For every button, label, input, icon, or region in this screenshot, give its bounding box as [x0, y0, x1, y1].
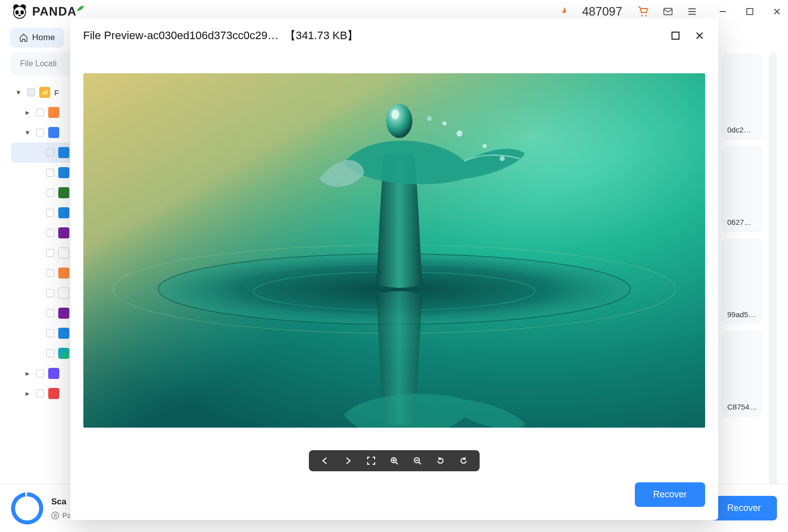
- home-chip[interactable]: Home: [10, 28, 64, 48]
- result-card-label: 0dc2…: [727, 125, 751, 134]
- svg-point-29: [391, 109, 399, 119]
- svg-rect-12: [56, 513, 57, 517]
- result-card[interactable]: 0627…: [722, 147, 762, 232]
- filetype-icon: [48, 388, 59, 399]
- window-minimize-icon[interactable]: [716, 5, 730, 19]
- modal-close-icon[interactable]: [694, 30, 705, 41]
- checkbox[interactable]: [46, 149, 54, 157]
- result-card-label: 0627…: [727, 218, 751, 226]
- flame-icon[interactable]: [559, 7, 569, 17]
- cart-icon[interactable]: [637, 6, 649, 18]
- menu-icon[interactable]: [687, 6, 698, 17]
- titlebar-right: 487097: [559, 5, 784, 19]
- modal-header: File Preview-ac030ed106d373cc0c29… 【341.…: [70, 18, 718, 46]
- checkbox[interactable]: [46, 289, 54, 297]
- found-counter: 487097: [582, 5, 622, 19]
- caret-right-icon[interactable]: ▸: [23, 389, 32, 398]
- next-icon[interactable]: [342, 455, 354, 467]
- checkbox[interactable]: [46, 169, 54, 177]
- caret-down-icon[interactable]: ▾: [23, 128, 32, 137]
- result-card[interactable]: C8754…: [722, 331, 762, 417]
- zoom-in-icon[interactable]: [388, 455, 400, 467]
- svg-point-4: [21, 10, 24, 15]
- checkbox[interactable]: [27, 88, 35, 96]
- prev-icon[interactable]: [319, 455, 331, 467]
- checkbox[interactable]: [46, 329, 54, 337]
- caret-down-icon[interactable]: ▾: [14, 88, 23, 97]
- edge-icon: [58, 348, 69, 359]
- checkbox[interactable]: [36, 389, 44, 397]
- modal-title-size: 【341.73 KB】: [285, 29, 359, 42]
- caret-right-icon[interactable]: ▸: [23, 108, 32, 117]
- result-card-label: 99ad5…: [727, 310, 756, 319]
- leaf-icon: [76, 4, 85, 13]
- filetype-icon: [58, 268, 69, 279]
- svg-point-3: [16, 10, 19, 15]
- tree-node-label: F: [54, 88, 59, 97]
- filetype-icon: [58, 227, 69, 238]
- pause-icon: [51, 511, 59, 519]
- filetype-icon: [48, 127, 59, 138]
- checkbox[interactable]: [46, 189, 54, 197]
- filetype-icon: [48, 368, 59, 379]
- checkbox[interactable]: [46, 229, 54, 237]
- recover-button[interactable]: Recover: [711, 496, 777, 520]
- brand: PANDA: [11, 3, 85, 20]
- preview-toolbar: [309, 450, 480, 471]
- preview-image-wrap: [70, 46, 718, 441]
- window-maximize-icon[interactable]: [743, 5, 757, 19]
- svg-rect-9: [747, 9, 753, 15]
- modal-overlay: File Preview-ac030ed106d373cc0c29… 【341.…: [0, 0, 788, 532]
- result-card[interactable]: 99ad5…: [722, 239, 762, 324]
- svg-rect-11: [54, 513, 55, 517]
- svg-point-10: [52, 512, 59, 519]
- filetype-jpg-icon: [58, 147, 69, 158]
- checkbox[interactable]: [46, 269, 54, 277]
- filetype-icon: [48, 107, 59, 118]
- checkbox[interactable]: [36, 128, 44, 137]
- svg-point-7: [645, 15, 646, 16]
- checkbox[interactable]: [36, 369, 44, 377]
- result-card[interactable]: 0dc2…: [722, 54, 762, 140]
- preview-image: [83, 73, 705, 428]
- preview-modal: File Preview-ac030ed106d373cc0c29… 【341.…: [70, 18, 718, 520]
- modal-maximize-icon[interactable]: [670, 30, 681, 41]
- modal-title-filename: ac030ed106d373cc0c29…: [147, 29, 279, 42]
- checkbox[interactable]: [46, 209, 54, 217]
- filetype-icon: [58, 167, 69, 178]
- fullscreen-icon[interactable]: [365, 455, 377, 467]
- brand-name: PANDA: [32, 5, 77, 19]
- mail-icon[interactable]: [662, 6, 673, 17]
- svg-point-25: [500, 156, 505, 161]
- filetype-image-icon: [58, 328, 69, 339]
- rotate-left-icon[interactable]: [434, 455, 446, 467]
- window-close-icon[interactable]: [770, 5, 784, 19]
- modal-recover-button[interactable]: Recover: [635, 482, 705, 507]
- filetype-icon: [58, 247, 69, 258]
- svg-point-5: [18, 15, 21, 16]
- caret-right-icon[interactable]: ▸: [23, 369, 32, 378]
- home-icon: [19, 33, 28, 42]
- zoom-out-icon[interactable]: [411, 455, 423, 467]
- progress-pct-suffix: %: [30, 505, 36, 512]
- svg-point-26: [442, 121, 446, 125]
- svg-rect-15: [672, 32, 679, 39]
- panda-logo-icon: [11, 3, 28, 20]
- checkbox[interactable]: [46, 349, 54, 357]
- progress-ring: 98%: [11, 492, 43, 524]
- scrollbar[interactable]: [769, 52, 777, 532]
- svg-point-24: [483, 144, 487, 148]
- modal-footer: Recover: [70, 471, 718, 520]
- results-grid: 0dc2… 0627… 99ad5… C8754…: [722, 52, 762, 532]
- filetype-icon: [58, 308, 69, 319]
- filetype-icon: [58, 288, 69, 299]
- result-card-label: C8754…: [727, 403, 757, 411]
- rotate-right-icon[interactable]: [458, 455, 470, 467]
- svg-point-6: [641, 15, 642, 16]
- checkbox[interactable]: [36, 108, 44, 116]
- checkbox[interactable]: [46, 309, 54, 317]
- modal-title: File Preview-ac030ed106d373cc0c29… 【341.…: [83, 28, 359, 43]
- checkbox[interactable]: [46, 249, 54, 257]
- progress-value: 98: [19, 502, 30, 514]
- folder-icon: 📁: [39, 87, 50, 98]
